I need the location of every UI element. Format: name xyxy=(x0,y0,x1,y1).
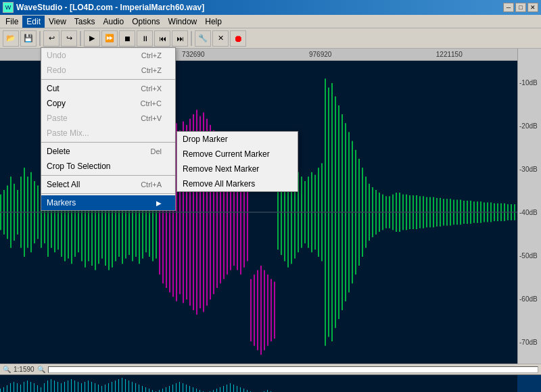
menu-remove-next-marker[interactable]: Remove Next Marker xyxy=(177,162,298,176)
close-button[interactable]: ✕ xyxy=(527,3,538,12)
crop-label: Crop To Selection xyxy=(47,162,111,171)
open-button[interactable]: 📂 xyxy=(3,30,19,47)
svg-rect-166 xyxy=(34,383,34,392)
svg-rect-208 xyxy=(176,383,177,392)
menu-audio[interactable]: Audio xyxy=(99,16,128,28)
svg-rect-188 xyxy=(108,383,109,392)
menu-options[interactable]: Options xyxy=(128,16,164,28)
svg-rect-171 xyxy=(51,379,51,392)
svg-rect-209 xyxy=(179,382,180,392)
db-label-5: -50dB xyxy=(519,252,540,260)
menu-tasks[interactable]: Tasks xyxy=(70,16,99,28)
delete-shortcut: Del xyxy=(150,147,162,155)
svg-rect-170 xyxy=(47,381,48,392)
svg-rect-185 xyxy=(98,385,99,392)
app-icon: W xyxy=(3,2,14,13)
svg-rect-210 xyxy=(183,383,183,392)
menu-paste-mix[interactable]: Paste Mix... xyxy=(41,126,175,141)
svg-rect-228 xyxy=(243,389,244,392)
horizontal-scrollbar[interactable] xyxy=(48,366,538,373)
maximize-button[interactable]: □ xyxy=(515,3,526,12)
svg-rect-225 xyxy=(233,385,234,392)
svg-rect-199 xyxy=(145,387,146,392)
menu-window[interactable]: Window xyxy=(164,16,202,28)
svg-rect-197 xyxy=(139,385,139,392)
svg-rect-194 xyxy=(128,381,129,392)
toolbar-sep-1 xyxy=(39,31,41,46)
menu-view[interactable]: View xyxy=(45,16,70,28)
menu-help[interactable]: Help xyxy=(201,16,226,28)
redo-button[interactable]: ↪ xyxy=(61,30,77,47)
sep-4 xyxy=(41,193,175,194)
svg-rect-183 xyxy=(91,382,92,392)
prev-button[interactable]: ⏮ xyxy=(154,30,170,47)
minimize-button[interactable]: ─ xyxy=(503,3,514,12)
svg-rect-224 xyxy=(230,383,231,392)
menu-edit[interactable]: Edit xyxy=(22,16,45,28)
window-title: WaveStudio - [LO4D.com - ImperialMarch60… xyxy=(16,3,204,12)
menu-delete[interactable]: Delete Del xyxy=(41,144,175,159)
db-label-7: -70dB xyxy=(519,339,540,346)
edit-dropdown-menu: Undo Ctrl+Z Redo Ctrl+Z Cut Ctrl+X Copy … xyxy=(41,47,176,211)
next-button[interactable]: ⏭ xyxy=(172,30,188,47)
menu-paste[interactable]: Paste Ctrl+V xyxy=(41,111,175,126)
record-button[interactable]: ⏺ xyxy=(230,30,246,47)
menu-undo[interactable]: Undo Ctrl+Z xyxy=(41,48,175,63)
svg-rect-189 xyxy=(112,382,112,392)
svg-rect-81 xyxy=(270,279,272,341)
menu-redo[interactable]: Redo Ctrl+Z xyxy=(41,63,175,78)
db-label-6: -60dB xyxy=(519,295,540,303)
svg-rect-223 xyxy=(227,385,227,392)
svg-rect-82 xyxy=(274,282,275,339)
svg-rect-193 xyxy=(125,379,126,392)
svg-rect-160 xyxy=(14,382,14,392)
menu-drop-marker[interactable]: Drop Marker xyxy=(177,132,298,147)
select-all-label: Select All xyxy=(47,180,80,189)
close-wave-button[interactable]: ✕ xyxy=(212,30,229,47)
menu-crop[interactable]: Crop To Selection xyxy=(41,159,175,174)
db-label-2: -20dB xyxy=(519,122,540,130)
menu-markers[interactable]: Markers ▶ xyxy=(41,195,175,210)
svg-rect-222 xyxy=(223,386,224,392)
menu-remove-all-markers[interactable]: Remove All Markers xyxy=(177,176,298,191)
svg-rect-178 xyxy=(74,381,75,392)
menu-bar: File Edit View Tasks Audio Options Windo… xyxy=(0,15,541,28)
svg-rect-221 xyxy=(220,387,220,392)
svg-rect-168 xyxy=(41,387,41,392)
menu-remove-current-marker[interactable]: Remove Current Marker xyxy=(177,147,298,162)
play-sel-button[interactable]: ⏩ xyxy=(101,30,118,47)
delete-label: Delete xyxy=(47,147,70,156)
ruler-mark-2: 732690 xyxy=(182,51,204,58)
svg-rect-169 xyxy=(44,383,45,392)
save-button[interactable]: 💾 xyxy=(20,30,37,47)
menu-select-all[interactable]: Select All Ctrl+A xyxy=(41,177,175,192)
menu-file[interactable]: File xyxy=(1,16,22,28)
undo-button[interactable]: ↩ xyxy=(43,30,60,47)
svg-rect-220 xyxy=(216,389,217,392)
svg-rect-161 xyxy=(17,383,18,392)
menu-copy[interactable]: Copy Ctrl+C xyxy=(41,96,175,111)
play-button[interactable]: ▶ xyxy=(84,30,100,47)
paste-mix-label: Paste Mix... xyxy=(47,128,89,138)
ruler-mark-3: 976920 xyxy=(309,51,331,58)
settings-button[interactable]: 🔧 xyxy=(195,30,211,47)
scrollbar-area: 🔍 1:1590 🔍 xyxy=(0,364,541,374)
svg-rect-177 xyxy=(71,379,72,392)
sep-1 xyxy=(41,79,175,80)
markers-label: Markers xyxy=(47,198,76,207)
db-label-4: -40dB xyxy=(519,209,540,216)
svg-rect-174 xyxy=(61,383,62,392)
svg-rect-172 xyxy=(54,381,55,392)
svg-rect-157 xyxy=(3,387,4,392)
svg-rect-187 xyxy=(105,385,105,392)
svg-rect-76 xyxy=(254,274,255,345)
svg-rect-167 xyxy=(37,385,38,392)
svg-rect-195 xyxy=(132,382,133,392)
title-bar-buttons: ─ □ ✕ xyxy=(503,3,538,12)
pause-button[interactable]: ⏸ xyxy=(137,30,153,47)
menu-cut[interactable]: Cut Ctrl+X xyxy=(41,81,175,96)
svg-rect-213 xyxy=(193,387,193,392)
svg-rect-200 xyxy=(149,389,149,392)
stop-button[interactable]: ⏹ xyxy=(119,30,135,47)
svg-rect-77 xyxy=(257,270,258,351)
